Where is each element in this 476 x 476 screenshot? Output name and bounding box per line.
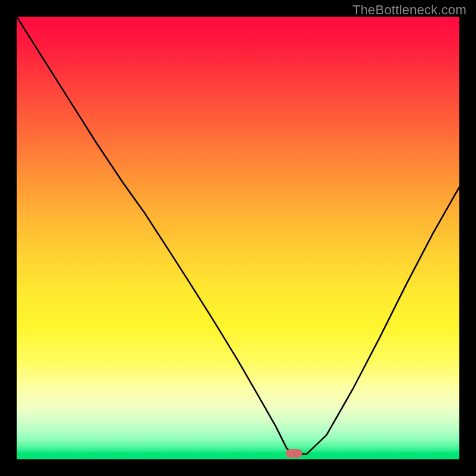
- curve-svg: [17, 17, 459, 459]
- bottleneck-curve: [17, 17, 459, 454]
- chart-frame: TheBottleneck.com: [0, 0, 476, 476]
- plot-area: [17, 17, 459, 459]
- optimal-marker: [286, 449, 302, 458]
- watermark-text: TheBottleneck.com: [352, 2, 466, 18]
